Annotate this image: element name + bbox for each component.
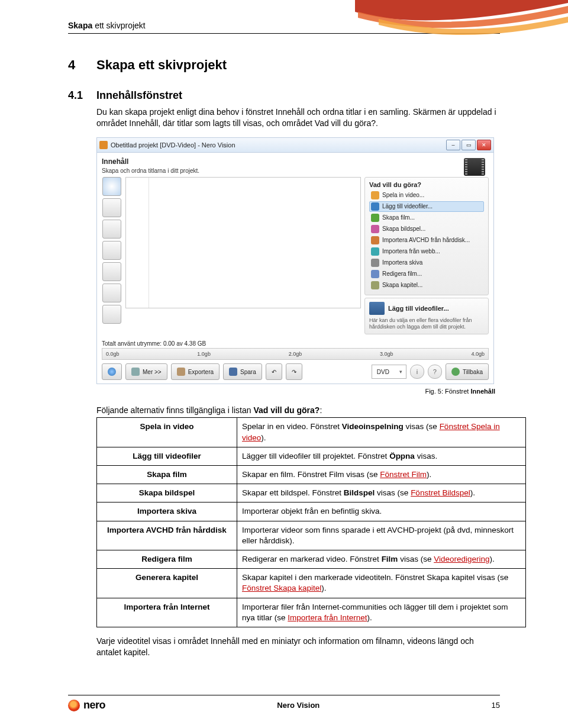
back-icon <box>451 368 460 376</box>
options-table: Spela in videoSpelar in en video. Fönstr… <box>96 417 526 627</box>
close-button[interactable]: ✕ <box>477 140 491 150</box>
actions-title: Vad vill du göra? <box>369 181 484 188</box>
help-icon <box>108 368 116 376</box>
chapter-icon <box>371 281 379 289</box>
left-toolbar <box>102 177 122 335</box>
link[interactable]: Fönstret Bildspel <box>411 488 470 497</box>
export-button[interactable]: Exportera <box>171 363 220 380</box>
action-item[interactable]: Importera AVCHD från hårddisk... <box>369 235 484 246</box>
help-button[interactable] <box>102 363 122 380</box>
closing-paragraph: Varje videotitel visas i området Innehål… <box>96 636 500 658</box>
toolbar-button[interactable] <box>102 220 121 239</box>
toolbar-button[interactable] <box>102 241 121 260</box>
usage-label: Totalt använt utrymme: 0.00 av 4.38 GB <box>102 340 206 347</box>
disc-type-select[interactable]: DVD <box>372 365 406 379</box>
action-item-selected[interactable]: Lägg till videofiler... <box>369 201 484 212</box>
action-item[interactable]: Skapa bildspel... <box>369 224 484 234</box>
disc-icon <box>371 259 379 267</box>
help-round-button[interactable]: ? <box>428 365 442 379</box>
import-icon <box>371 236 379 244</box>
hint-text: Här kan du välja en eller flera videofil… <box>369 317 484 331</box>
page-number: 15 <box>492 701 500 710</box>
hint-icon <box>369 302 385 315</box>
save-button[interactable]: Spara <box>223 363 262 380</box>
logo: nero <box>68 699 105 711</box>
window-titlebar: Obetitlad projekt [DVD-Video] - Nero Vis… <box>97 138 493 153</box>
section-subtitle: Skapa och ordna titlarna i ditt projekt. <box>102 167 464 174</box>
slideshow-icon <box>371 225 379 233</box>
link[interactable]: Importera från Internet <box>288 613 367 622</box>
flame-icon <box>68 700 80 711</box>
capacity-ruler: 0.0gb1.0gb2.0gb3.0gb4.0gb <box>102 348 489 360</box>
link[interactable]: Fönstret Skapa kapitel <box>242 584 321 592</box>
action-item[interactable]: Importera från webb... <box>369 246 484 257</box>
action-item[interactable]: Skapa film... <box>369 212 484 223</box>
back-button[interactable]: Tillbaka <box>446 363 489 380</box>
info-button[interactable]: i <box>410 365 424 379</box>
add-files-icon <box>371 202 379 211</box>
app-icon <box>99 141 108 149</box>
export-icon <box>177 368 185 376</box>
action-item[interactable]: Redigera film... <box>369 269 484 279</box>
link[interactable]: Videoredigering <box>434 555 489 563</box>
toolbar-button[interactable] <box>102 198 121 217</box>
heading-2: 4.1Innehållsfönstret <box>68 89 500 102</box>
content-pane <box>125 177 361 308</box>
action-item[interactable]: Importera skiva <box>369 257 484 268</box>
save-icon <box>229 368 237 376</box>
window-title: Obetitlad projekt [DVD-Video] - Nero Vis… <box>111 141 446 149</box>
maximize-button[interactable]: ▭ <box>462 140 476 150</box>
minimize-button[interactable]: – <box>446 140 460 150</box>
heading-1: 4Skapa ett skivprojekt <box>68 57 500 73</box>
hint-panel: Lägg till videofiler... Här kan du välja… <box>364 298 489 335</box>
footer-center: Nero Vision <box>277 701 320 710</box>
action-list: Spela in video... Lägg till videofiler..… <box>369 190 484 291</box>
web-icon <box>371 247 379 256</box>
intro-paragraph: Du kan skapa projekt enligt dina behov i… <box>96 107 500 129</box>
figure-caption: Fig. 5: Fönstret Innehåll <box>68 388 495 395</box>
film-icon <box>464 158 485 176</box>
video-icon <box>371 191 379 199</box>
table-cell-left: Spela in video <box>97 418 237 447</box>
toolbar-button[interactable] <box>102 177 121 196</box>
redo-button[interactable]: ↷ <box>286 363 302 380</box>
edit-icon <box>371 270 379 278</box>
actions-panel: Vad vill du göra? Spela in video... Lägg… <box>364 177 489 295</box>
table-cell-right: Spelar in en video. Fönstret Videoinspel… <box>237 418 526 447</box>
footer-rule <box>68 695 500 695</box>
table-intro: Följande alternativ finns tillgängliga i… <box>96 405 500 415</box>
gear-icon <box>131 368 140 376</box>
link[interactable]: Fönstret Film <box>380 470 427 479</box>
action-item[interactable]: Skapa kapitel... <box>369 280 484 291</box>
toolbar-button[interactable] <box>102 262 121 281</box>
more-button[interactable]: Mer >> <box>125 363 167 380</box>
page-header: Skapa ett skivprojekt <box>68 21 568 30</box>
section-title: Innehåll <box>102 157 464 166</box>
app-window: Obetitlad projekt [DVD-Video] - Nero Vis… <box>96 137 494 385</box>
hint-title: Lägg till videofiler... <box>388 305 449 312</box>
undo-button[interactable]: ↶ <box>266 363 282 380</box>
toolbar-button[interactable] <box>102 284 121 302</box>
toolbar-button[interactable] <box>102 305 121 324</box>
action-item[interactable]: Spela in video... <box>369 190 484 201</box>
film-icon <box>371 214 379 222</box>
